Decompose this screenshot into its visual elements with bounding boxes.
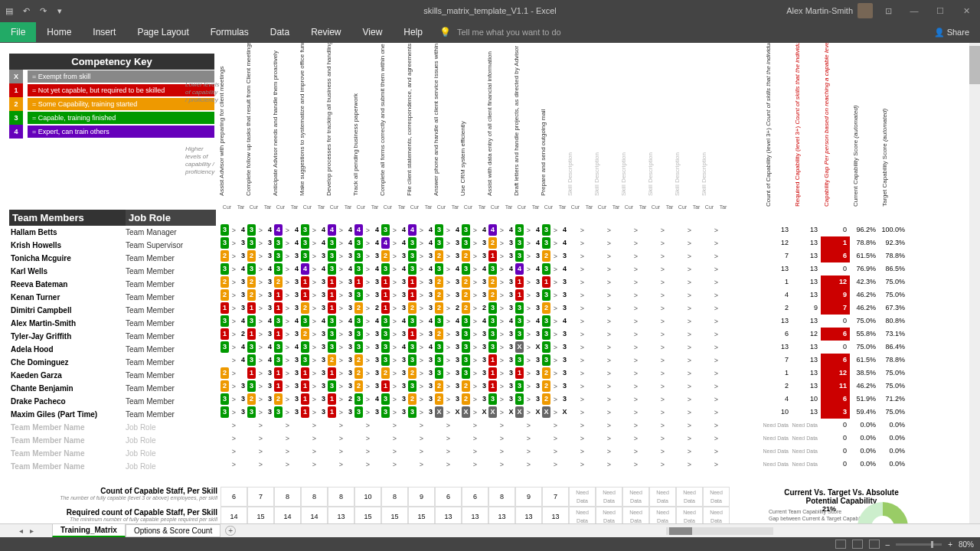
data-row-empty[interactable]: >>>>>>>>>>>>>>>>>>> <box>220 445 730 458</box>
data-row[interactable]: 3>33>33>43>43>43>44>43>43>33>32>33>43>4>… <box>220 236 730 249</box>
skill-header-placeholder: Skill Description CurTar <box>703 54 730 210</box>
member-row[interactable]: Kenan TurnerTeam Member <box>9 291 216 304</box>
ribbon-tab-page-layout[interactable]: Page Layout <box>126 22 199 42</box>
ribbon-tab-view[interactable]: View <box>352 22 394 42</box>
zoom-slider[interactable] <box>896 543 942 546</box>
tell-me-input[interactable]: Tell me what you want to do <box>457 28 561 37</box>
skill-header-9: Use CRM system efficiently CurTar <box>462 54 488 210</box>
competency-key: Competency Key X = Exempt from skill 1 =… <box>9 54 214 139</box>
data-row[interactable]: 1>31>31>32>31>32>21>32>32>22>23>33>32>3>… <box>220 302 730 315</box>
data-row[interactable]: 3>32>32>31>31>23>43>32>32>32>33>33>32>3>… <box>220 393 730 406</box>
ribbon: File HomeInsertPage LayoutFormulasDataRe… <box>0 21 980 43</box>
member-row[interactable]: Adela HoodTeam Member <box>9 343 216 356</box>
member-row[interactable]: Che DominguezTeam Member <box>9 356 216 369</box>
data-row[interactable]: 2>32>32>31>31>31>31>31>32>32>32>31>31>3>… <box>220 276 730 289</box>
skill-header-4: Develop processes for tracking all busin… <box>328 54 354 210</box>
data-row[interactable]: 3>43>44>43>44>44>43>44>43>43>44>43>43>4>… <box>220 223 730 236</box>
member-row[interactable]: Drake PachecoTeam Member <box>9 395 216 408</box>
sheet-tab-options[interactable]: Options & Score Count <box>126 524 220 537</box>
summary-row: 612655.8%73.1% <box>763 328 908 341</box>
ribbon-tab-formulas[interactable]: Formulas <box>200 22 260 42</box>
skill-headers: Assist Advisor with preparing for client… <box>220 54 730 210</box>
ribbon-tab-home[interactable]: Home <box>36 22 82 42</box>
member-row[interactable]: Hallam BettsTeam Manager <box>9 226 216 239</box>
ribbon-tab-data[interactable]: Data <box>260 22 300 42</box>
maximize-icon[interactable]: ☐ <box>929 6 951 16</box>
user-name[interactable]: Alex Martin-Smith <box>786 6 853 15</box>
skill-header-placeholder: Skill Description CurTar <box>622 54 649 210</box>
member-row-empty[interactable]: Team Member NameJob Role <box>9 421 216 434</box>
summary-header-2: Capability Gap Per person based on reach… <box>821 54 850 210</box>
data-row[interactable]: 3>43>43>44>43>43>43>43>43>43>43>44>43>4>… <box>220 262 730 276</box>
sheet-tab-training-matrix[interactable]: Training_Matrix <box>52 523 126 537</box>
data-row[interactable]: 3>43>43>43>33>33>33>43>43>33>33>3X>X3>3>… <box>220 341 730 354</box>
ribbon-tab-help[interactable]: Help <box>393 22 433 42</box>
view-page-layout-icon[interactable] <box>852 540 863 549</box>
key-row-X: X = Exempt from skill <box>9 70 214 83</box>
skill-header-6: Complete all forms correctly and submit … <box>381 54 408 210</box>
ribbon-options-icon[interactable]: ⊡ <box>877 6 899 16</box>
member-row[interactable]: Alex Martin-SmithTeam Member <box>9 317 216 330</box>
bottom-grid-row: 14151414131515151313131313Need DataNeed … <box>220 507 730 523</box>
data-row[interactable]: 2>33>31>31>33>32>31>33>32>32>31>33>32>3>… <box>220 380 730 393</box>
undo-icon[interactable]: ↶ <box>20 6 32 16</box>
member-row[interactable]: Karl WellsTeam Member <box>9 265 216 278</box>
skill-data-grid[interactable]: 3>43>44>43>44>44>43>44>43>43>44>43>43>4>… <box>220 223 730 471</box>
vertical-scrollbar[interactable] <box>969 43 980 523</box>
donut-chart-icon <box>858 502 908 523</box>
lightbulb-icon: 💡 <box>433 22 457 42</box>
summary-header-4: Target Capability Score (automated) <box>879 54 908 210</box>
member-row-empty[interactable]: Team Member NameJob Role <box>9 434 216 447</box>
data-row[interactable]: 2>32>33>33>33>33>32>33>32>32>31>33>32>3>… <box>220 249 730 262</box>
view-normal-icon[interactable] <box>835 540 846 549</box>
summary-row: 1313075.0%86.4% <box>763 341 908 354</box>
member-row[interactable]: Krish HowellsTeam Supervisor <box>9 239 216 252</box>
redo-icon[interactable]: ↷ <box>37 6 49 16</box>
view-page-break-icon[interactable] <box>869 540 880 549</box>
skill-header-placeholder: Skill Description CurTar <box>569 54 596 210</box>
data-row[interactable]: 2>1>31>31>31>32>32>32>33>33>31>31>32>3>>… <box>220 367 730 380</box>
data-row-empty[interactable]: >>>>>>>>>>>>>>>>>>> <box>220 419 730 432</box>
tab-next-icon[interactable]: ▸ <box>26 527 37 535</box>
member-row[interactable]: Dimitri CampbellTeam Member <box>9 304 216 317</box>
summary-row: 1313075.0%80.8% <box>763 315 908 328</box>
bottom-summary-grid: 67888108966897Need DataNeed DataNeed Dat… <box>220 487 730 523</box>
worksheet[interactable]: Competency Key X = Exempt from skill 1 =… <box>0 43 980 523</box>
horizontal-scrollbar[interactable] <box>666 527 773 535</box>
skill-header-placeholder: Skill Description CurTar <box>649 54 676 210</box>
skill-header-2: Anticipate Advisor needs and handle them… <box>274 54 301 210</box>
qat-more-icon[interactable]: ▾ <box>54 6 66 16</box>
avatar[interactable] <box>858 3 873 18</box>
data-row[interactable]: 3>33>33>31>31>33>33>33>3X>XX>XX>XX>XX>X>… <box>220 406 730 419</box>
ribbon-tab-review[interactable]: Review <box>300 22 351 42</box>
member-row-empty[interactable]: Team Member NameJob Role <box>9 447 216 460</box>
summary-row: 1313076.9%86.5% <box>763 262 908 276</box>
data-row-empty[interactable]: >>>>>>>>>>>>>>>>>>> <box>220 458 730 471</box>
member-row[interactable]: Tyler-Jay GriffithTeam Member <box>9 330 216 343</box>
member-row[interactable]: Maxim Giles (Part Time)Team Member <box>9 408 216 421</box>
share-button[interactable]: 👤 Share <box>923 23 980 42</box>
zoom-level[interactable]: 80% <box>959 540 974 549</box>
data-row-empty[interactable]: >>>>>>>>>>>>>>>>>>> <box>220 432 730 445</box>
data-row[interactable]: 3>43>43>43>43>43>43>43>43>43>43>43>43>4>… <box>220 315 730 328</box>
file-tab[interactable]: File <box>0 22 36 42</box>
tab-prev-icon[interactable]: ◂ <box>15 527 26 535</box>
summary-header-1: Required Capability (level 3+) Count of … <box>792 54 821 210</box>
data-row[interactable]: 1>21>31>32>33>33>33>31>32>33>33>33>33>3>… <box>220 328 730 341</box>
data-row[interactable]: 2>32>31>31>31>33>31>31>32>32>32>31>33>3>… <box>220 289 730 302</box>
data-row[interactable]: >43>43>33>32>32>33>33>33>33>31>33>33>3>>… <box>220 354 730 367</box>
minimize-icon[interactable]: — <box>903 6 925 15</box>
close-icon[interactable]: ✕ <box>956 6 977 16</box>
save-icon[interactable]: ▤ <box>3 6 15 16</box>
member-row[interactable]: Kaeden GarzaTeam Member <box>9 369 216 382</box>
member-row-empty[interactable]: Team Member NameJob Role <box>9 460 216 473</box>
summary-row: 1213178.8%92.3% <box>763 236 908 249</box>
member-row[interactable]: Chante BenjaminTeam Member <box>9 382 216 395</box>
skill-header-3: Make suggestions to systematize and impr… <box>301 54 328 210</box>
new-sheet-icon[interactable]: + <box>225 526 236 536</box>
summary-row-empty: Need DataNeed Data00.0%0.0% <box>763 458 908 471</box>
summary-header-3: Current Capability Score (automated) <box>850 54 879 210</box>
ribbon-tab-insert[interactable]: Insert <box>82 22 126 42</box>
member-row[interactable]: Tonicha McguireTeam Member <box>9 252 216 265</box>
member-row[interactable]: Reeva BatemanTeam Member <box>9 278 216 291</box>
